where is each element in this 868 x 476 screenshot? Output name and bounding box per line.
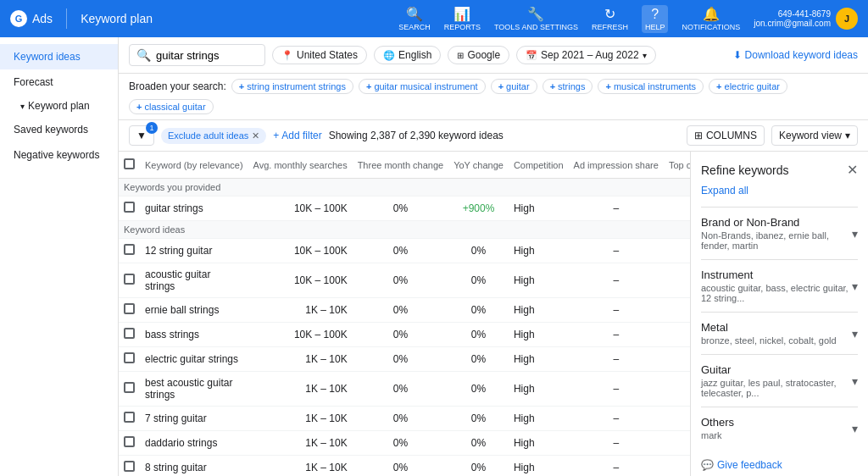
- row-checkbox[interactable]: [119, 298, 140, 323]
- filter-row: 1 ▼ Exclude adult ideas ✕ + Add filter S…: [119, 120, 868, 152]
- refine-section-desc-2: bronze, steel, nickel, cobalt, gold: [701, 335, 837, 346]
- row-checkbox[interactable]: [119, 323, 140, 347]
- col-competition[interactable]: Competition: [509, 152, 569, 179]
- refine-section-header-1[interactable]: Instrument acoustic guitar, bass, electr…: [701, 268, 858, 303]
- row-competition: High: [509, 298, 569, 323]
- table-row: acoustic guitar strings 10K – 100K 0% 0%…: [119, 263, 690, 298]
- row-yoy: 0%: [448, 263, 509, 298]
- row-checkbox[interactable]: [119, 239, 140, 263]
- language-icon: 🌐: [383, 50, 395, 61]
- logo: G Ads: [10, 10, 53, 27]
- refine-section-header-3[interactable]: Guitar jazz guitar, les paul, stratocast…: [701, 363, 858, 398]
- col-yoy[interactable]: YoY change: [448, 152, 509, 179]
- row-avg-monthly: 1K – 10K: [248, 456, 353, 477]
- table-container: Keyword (by relevance) Avg. monthly sear…: [119, 152, 868, 476]
- notifications-nav-label: NOTIFICATIONS: [682, 23, 740, 31]
- row-avg-monthly: 10K – 100K: [248, 323, 353, 347]
- sidebar-item-saved-keywords[interactable]: Saved keywords: [0, 117, 118, 142]
- row-competition: High: [509, 263, 569, 298]
- user-avatar[interactable]: J: [836, 8, 858, 30]
- row-avg-monthly: 1K – 10K: [248, 298, 353, 323]
- broaden-chip-4[interactable]: musical instruments: [598, 79, 704, 94]
- search-nav-icon[interactable]: 🔍 SEARCH: [398, 6, 431, 31]
- refine-section-header-2[interactable]: Metal bronze, steel, nickel, cobalt, gol…: [701, 321, 858, 346]
- col-ad-impression[interactable]: Ad impression share: [569, 152, 664, 179]
- table-header-row: Keyword (by relevance) Avg. monthly sear…: [119, 152, 690, 179]
- arrow-icon: ▾: [20, 102, 25, 111]
- row-bid-low: $0.42: [664, 263, 690, 298]
- chevron-down-icon: ▾: [643, 51, 647, 60]
- reports-nav-icon[interactable]: 📊 REPORTS: [444, 6, 481, 31]
- download-icon: ⬇: [733, 49, 742, 61]
- location-filter[interactable]: 📍 United States: [272, 46, 367, 64]
- col-keyword[interactable]: Keyword (by relevance): [140, 152, 248, 179]
- refine-close-button[interactable]: ✕: [847, 162, 858, 178]
- broaden-chip-3[interactable]: strings: [542, 79, 593, 94]
- sidebar-item-keyword-plan[interactable]: ▾ Keyword plan: [0, 95, 118, 117]
- feedback-icon: 💬: [701, 459, 714, 471]
- table-row: 12 string guitar 10K – 100K 0% 0% High –…: [119, 239, 690, 263]
- location-label: United States: [297, 49, 358, 61]
- keyword-view-button[interactable]: Keyword view ▾: [771, 125, 858, 146]
- row-bid-low: $0.35: [664, 323, 690, 347]
- broaden-chip-5[interactable]: electric guitar: [709, 79, 787, 94]
- help-nav-icon[interactable]: ? HELP: [642, 5, 669, 33]
- row-avg-monthly: 10K – 100K: [248, 263, 353, 298]
- row-checkbox[interactable]: [119, 196, 140, 221]
- broaden-chip-2[interactable]: guitar: [491, 79, 537, 94]
- tools-nav-icon[interactable]: 🔧 TOOLS AND SETTINGS: [494, 6, 578, 31]
- search-bar-row: 🔍 📍 United States 🌐 English ⊞ Google 📅 S…: [119, 37, 868, 74]
- broaden-chip-0[interactable]: string instrument strings: [231, 79, 353, 94]
- reports-icon: 📊: [453, 6, 470, 22]
- col-avg-monthly[interactable]: Avg. monthly searches: [248, 152, 353, 179]
- feedback-link[interactable]: 💬 Give feedback: [701, 459, 858, 471]
- row-checkbox[interactable]: [119, 372, 140, 407]
- table-row: daddario strings 1K – 10K 0% 0% High – $…: [119, 431, 690, 456]
- table-wrap: Keyword (by relevance) Avg. monthly sear…: [119, 152, 690, 476]
- search-box[interactable]: 🔍: [129, 44, 265, 66]
- sidebar-item-keyword-ideas[interactable]: Keyword ideas: [0, 44, 118, 69]
- download-keyword-ideas[interactable]: ⬇ Download keyword ideas: [733, 49, 858, 61]
- row-yoy: 0%: [448, 431, 509, 456]
- filter-icon-button[interactable]: 1 ▼: [129, 125, 154, 146]
- row-bid-low: $0.17: [664, 239, 690, 263]
- main-content: 🔍 📍 United States 🌐 English ⊞ Google 📅 S…: [119, 37, 868, 476]
- sidebar-item-forecast[interactable]: Forecast: [0, 69, 118, 95]
- broaden-chip-6[interactable]: classical guitar: [129, 99, 214, 114]
- row-checkbox[interactable]: [119, 431, 140, 456]
- user-info[interactable]: 649-441-8679 jon.crim@gmail.com J: [754, 8, 858, 30]
- notifications-nav-icon[interactable]: 🔔 NOTIFICATIONS: [682, 6, 740, 31]
- col-bid-low[interactable]: Top of page bid (low range): [664, 152, 690, 179]
- page-title: Keyword plan: [81, 12, 153, 25]
- row-ad-impression: –: [569, 372, 664, 407]
- row-checkbox[interactable]: [119, 407, 140, 431]
- broaden-chip-1[interactable]: guitar musical instrument: [359, 79, 486, 94]
- network-filter[interactable]: ⊞ Google: [448, 46, 509, 64]
- col-three-month[interactable]: Three month change: [353, 152, 449, 179]
- sidebar-item-negative-keywords[interactable]: Negative keywords: [0, 142, 118, 169]
- refresh-nav-icon[interactable]: ↻ REFRESH: [592, 6, 628, 31]
- columns-button[interactable]: ⊞ COLUMNS: [687, 125, 765, 146]
- exclude-close-icon[interactable]: ✕: [252, 130, 259, 141]
- refine-section-header-4[interactable]: Others mark ▾: [701, 416, 858, 440]
- search-icon: 🔍: [406, 6, 423, 22]
- language-filter[interactable]: 🌐 English: [374, 46, 441, 64]
- row-ad-impression: –: [569, 456, 664, 477]
- add-filter-label: Add filter: [281, 130, 321, 141]
- exclude-adult-chip[interactable]: Exclude adult ideas ✕: [161, 128, 266, 144]
- row-checkbox[interactable]: [119, 456, 140, 477]
- row-ad-impression: –: [569, 239, 664, 263]
- row-avg-monthly: 1K – 10K: [248, 431, 353, 456]
- select-all-checkbox[interactable]: [124, 158, 135, 169]
- nav-divider: [66, 8, 67, 29]
- help-nav-label: HELP: [645, 23, 665, 31]
- refine-section-header-0[interactable]: Brand or Non-Brand Non-Brands, ibanez, e…: [701, 216, 858, 251]
- plus-icon: +: [273, 130, 279, 141]
- row-checkbox[interactable]: [119, 263, 140, 298]
- date-filter[interactable]: 📅 Sep 2021 – Aug 2022 ▾: [516, 46, 655, 64]
- search-input[interactable]: [156, 49, 258, 62]
- expand-all-link[interactable]: Expand all: [701, 185, 858, 196]
- add-filter-button[interactable]: + Add filter: [273, 130, 321, 141]
- row-checkbox[interactable]: [119, 347, 140, 372]
- row-competition: High: [509, 239, 569, 263]
